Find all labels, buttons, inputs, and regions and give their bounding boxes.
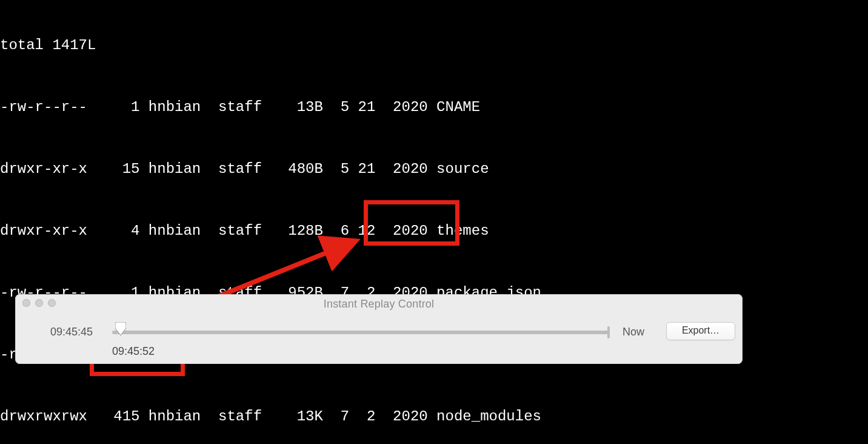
ls-row: -rw-r--r-- 1 hnbian staff 13B 5 21 2020 … [0,97,585,118]
instant-replay-panel: Instant Replay Control 09:45:45 09:45:52… [15,294,743,364]
ls-header-cutoff: total 1417L [0,35,585,56]
replay-slider-end [607,326,610,338]
ls-row: drwxr-xr-x 4 hnbian staff 128B 6 12 2020… [0,221,585,241]
terminal-output: total 1417L -rw-r--r-- 1 hnbian staff 13… [0,0,585,444]
ls-row: drwxr-xr-x 15 hnbian staff 480B 5 21 202… [0,159,585,180]
replay-thumb-time: 09:45:52 [112,345,155,358]
panel-title: Instant Replay Control [15,298,743,311]
replay-now-label: Now [623,326,644,338]
replay-slider-thumb[interactable] [115,322,126,335]
replay-start-time: 09:45:45 [50,326,93,338]
replay-slider-track[interactable] [112,331,609,334]
ls-row: drwxrwxrwx 415 hnbian staff 13K 7 2 2020… [0,406,585,427]
export-button[interactable]: Export… [666,322,735,340]
